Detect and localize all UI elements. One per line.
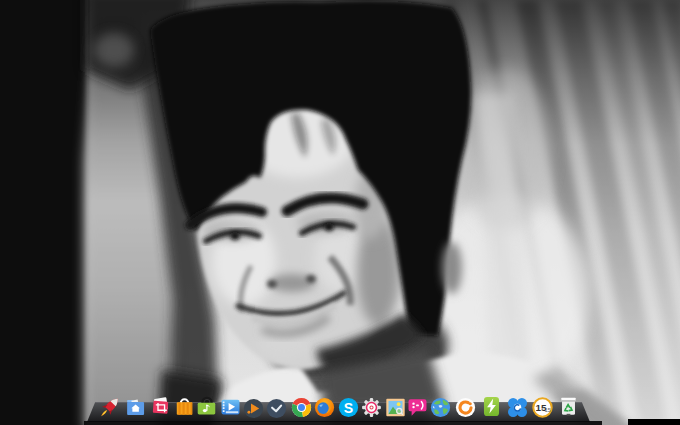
svg-text:S: S	[343, 400, 352, 416]
svg-text:15: 15	[544, 407, 550, 413]
